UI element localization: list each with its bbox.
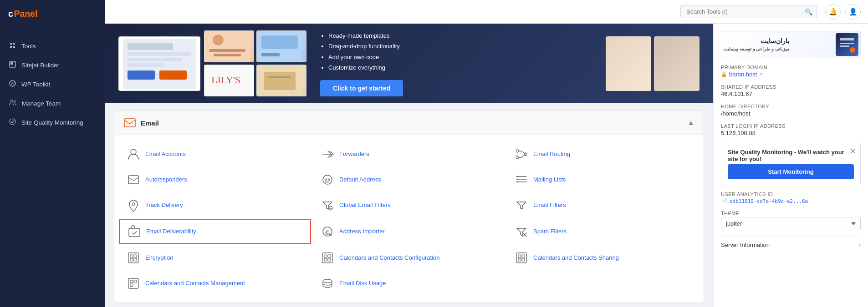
email-section: Email ▲ Email Accounts — [114, 111, 704, 303]
content-wrapper: LILY'S Ready-made templates Drag-and-dro… — [105, 24, 868, 307]
forwarders-label: Forwarders — [339, 151, 369, 158]
tool-encryption[interactable]: Encryption — [119, 246, 311, 270]
tool-mailing-lists[interactable]: Mailing Lists — [507, 168, 699, 191]
svg-rect-19 — [214, 54, 241, 56]
email-accounts-icon — [126, 147, 141, 161]
sidebar: c Panel Tools Sitejet Builder W WP Toolk… — [0, 0, 105, 307]
tool-spam-filters[interactable]: Spam Filters — [507, 219, 699, 244]
tool-global-email-filters[interactable]: Global Email Filters — [313, 193, 505, 217]
email-section-header-left: Email — [123, 116, 159, 129]
section-collapse-button[interactable]: ▲ — [687, 119, 694, 127]
tool-autoresponders[interactable]: Autoresponders — [119, 168, 311, 191]
user-icon: 👤 — [849, 8, 858, 16]
monitoring-card: ✕ Site Quality Monitoring - We'll watch … — [721, 143, 861, 185]
banner-side-img-2 — [654, 36, 700, 91]
tool-email-routing[interactable]: Email Routing — [507, 142, 699, 166]
tool-cal-contacts-config[interactable]: Calendars and Contacts Configuration — [313, 246, 505, 270]
svg-rect-10 — [128, 43, 173, 50]
banner-cta-button[interactable]: Click to get started — [320, 80, 403, 96]
brand-image: باران‌سایتمیزبانی و طراحی و توسعه وبسایت — [721, 31, 861, 58]
last-login-ip-row: Last Login IP Address 5.126.100.88 — [721, 123, 861, 136]
svg-rect-12 — [128, 58, 182, 61]
tool-address-importer[interactable]: @ Address Importer — [313, 219, 505, 244]
banner-small-3: LILY'S — [204, 65, 254, 96]
svg-rect-52 — [134, 255, 137, 257]
email-filters-label: Email Filters — [533, 201, 566, 209]
svg-rect-59 — [328, 258, 331, 261]
user-menu-button[interactable]: 👤 — [845, 4, 861, 20]
banner-small-2 — [256, 30, 306, 62]
svg-point-40 — [517, 179, 519, 180]
tool-cal-contacts-mgmt[interactable]: Calendars and Contacts Management — [119, 272, 311, 295]
sidebar-item-site-quality[interactable]: Site Quality Monitoring — [0, 113, 105, 132]
tool-email-accounts[interactable]: Email Accounts — [119, 142, 311, 166]
svg-rect-14 — [128, 70, 155, 80]
email-deliverability-icon — [127, 224, 142, 239]
encryption-label: Encryption — [145, 254, 173, 262]
tool-track-delivery[interactable]: Track Delivery — [119, 193, 311, 217]
mailing-lists-icon — [514, 172, 529, 187]
bullet-2: Drag-and-drop functionality — [328, 41, 592, 51]
svg-rect-68 — [130, 284, 133, 287]
email-section-header: Email ▲ — [114, 111, 704, 135]
svg-rect-56 — [324, 255, 327, 257]
sidebar-item-sitejet[interactable]: Sitejet Builder — [0, 55, 105, 75]
svg-point-17 — [213, 35, 224, 45]
svg-point-70 — [850, 47, 855, 53]
svg-rect-18 — [209, 49, 245, 52]
svg-rect-15 — [159, 70, 187, 80]
primary-domain-value: 🔒 baran.host ↗ — [721, 71, 861, 78]
sidebar-item-tools[interactable]: Tools — [0, 36, 105, 55]
sidebar-item-manage-team-label: Manage Team — [22, 100, 61, 107]
svg-rect-57 — [328, 255, 331, 257]
bullet-1: Ready-made templates — [328, 30, 592, 41]
primary-domain-link[interactable]: baran.host — [729, 71, 757, 78]
logo: c Panel — [0, 0, 105, 27]
start-monitoring-button[interactable]: Start Monitoring — [728, 164, 854, 179]
svg-point-41 — [517, 181, 519, 183]
svg-rect-64 — [522, 258, 525, 261]
banner-small-4 — [256, 65, 306, 96]
spam-filters-icon — [514, 224, 529, 239]
address-importer-icon: @ — [320, 224, 335, 239]
sidebar-nav: Tools Sitejet Builder W WP Toolkit Manag… — [0, 36, 105, 132]
svg-rect-61 — [518, 255, 521, 257]
email-routing-label: Email Routing — [533, 151, 570, 158]
tool-default-address[interactable]: @ Default Address — [313, 168, 505, 191]
autoresponders-label: Autoresponders — [145, 176, 187, 184]
server-info-label: Server Information — [721, 242, 770, 248]
tool-cal-contacts-sharing[interactable]: Calendars and Contacts Sharing — [507, 246, 699, 270]
tool-email-filters[interactable]: Email Filters — [507, 193, 699, 217]
cal-contacts-mgmt-label: Calendars and Contacts Management — [145, 280, 245, 287]
home-directory-label: Home Directory — [721, 104, 861, 109]
sidebar-item-wp-toolkit[interactable]: W WP Toolkit — [0, 75, 105, 94]
monitoring-separator: - — [792, 149, 798, 156]
svg-rect-26 — [264, 72, 296, 90]
bullet-4: Customize everything — [328, 62, 592, 73]
site-quality-icon — [9, 118, 16, 126]
svg-rect-11 — [128, 52, 191, 56]
svg-rect-60 — [516, 253, 526, 263]
email-section-icon — [123, 116, 136, 129]
tool-email-disk-usage[interactable]: Email Disk Usage — [313, 272, 505, 295]
theme-select[interactable]: jupiter paper_lantern glass — [721, 217, 861, 230]
monitoring-close-button[interactable]: ✕ — [850, 148, 856, 155]
home-directory-value: /home/host — [721, 110, 861, 117]
server-info-row[interactable]: Server Information › — [721, 237, 861, 253]
cal-contacts-sharing-label: Calendars and Contacts Sharing — [533, 254, 619, 262]
cal-contacts-config-icon — [320, 251, 335, 265]
notification-button[interactable]: 🔔 — [825, 4, 841, 20]
sidebar-item-manage-team[interactable]: Manage Team — [0, 94, 105, 113]
svg-point-8 — [10, 119, 15, 125]
svg-rect-28 — [124, 119, 135, 127]
right-sidebar-inner: باران‌سایتمیزبانی و طراحی و توسعه وبسایت… — [714, 24, 868, 260]
svg-text:Panel: Panel — [14, 9, 37, 19]
tool-email-deliverability[interactable]: Email Deliverability — [119, 219, 311, 244]
email-disk-usage-icon — [320, 276, 335, 291]
wp-icon: W — [9, 80, 16, 88]
manage-team-icon — [9, 99, 16, 107]
tool-forwarders[interactable]: Forwarders — [313, 142, 505, 166]
search-input[interactable] — [680, 5, 817, 18]
svg-point-30 — [516, 150, 519, 152]
last-login-label: Last Login IP Address — [721, 123, 861, 129]
